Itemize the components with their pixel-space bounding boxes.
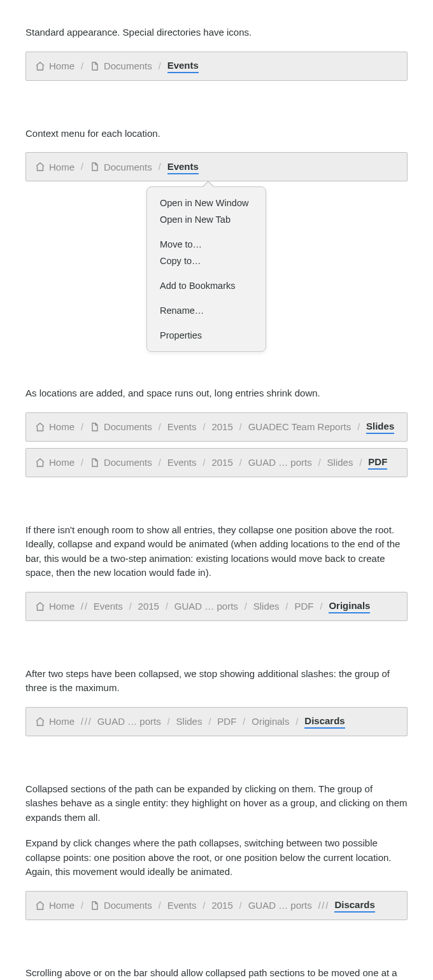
crumb-label: GUAD … ports <box>97 716 161 727</box>
separator: / <box>159 422 161 432</box>
home-icon <box>35 458 45 468</box>
separator: / <box>239 900 242 911</box>
separator: / <box>81 61 83 71</box>
separator: / <box>81 900 83 911</box>
collapsed-separator-group[interactable]: / / <box>81 601 87 612</box>
separator: / <box>203 422 206 432</box>
crumb-label: GUADEC Team Reports <box>248 421 351 432</box>
crumb-label: 2015 <box>138 601 159 612</box>
breadcrumb-bar: Home / Documents / Events / 2015 / GUAD … <box>25 891 408 920</box>
separator: / <box>239 422 242 432</box>
crumb-guadec[interactable]: GUADEC Team Reports <box>248 421 351 432</box>
separator: / <box>318 458 321 468</box>
section-description: Collapsed sections of the path can be ex… <box>25 782 408 825</box>
file-icon <box>90 162 100 172</box>
separator: / <box>81 422 83 432</box>
breadcrumb-bar: Home / Documents / Events <box>25 152 408 181</box>
crumb-pdf-current[interactable]: PDF <box>368 456 387 470</box>
crumb-slides[interactable]: Slides <box>176 716 202 727</box>
crumb-originals-current[interactable]: Originals <box>329 600 370 613</box>
separator: / <box>318 900 321 911</box>
home-icon <box>35 717 45 727</box>
separator: / <box>81 162 83 172</box>
menu-copy-to[interactable]: Copy to… <box>147 253 266 269</box>
separator: / <box>85 601 87 612</box>
crumb-events[interactable]: Events <box>94 601 123 612</box>
home-icon <box>35 422 45 432</box>
crumb-label: Events <box>167 60 199 71</box>
crumb-label: Documents <box>104 60 152 71</box>
crumb-pdf[interactable]: PDF <box>217 716 236 727</box>
crumb-pdf[interactable]: PDF <box>294 601 313 612</box>
crumb-slides[interactable]: Slides <box>253 601 280 612</box>
crumb-discards-current[interactable]: Discards <box>334 899 374 913</box>
file-icon <box>90 458 100 468</box>
home-icon <box>35 900 45 911</box>
menu-rename[interactable]: Rename… <box>147 302 266 319</box>
crumb-home[interactable]: Home <box>35 716 75 727</box>
crumb-slides-current[interactable]: Slides <box>366 421 394 434</box>
crumb-documents[interactable]: Documents <box>90 421 152 432</box>
separator: / <box>239 458 242 468</box>
crumb-events-current[interactable]: Events <box>167 161 199 174</box>
section-description: After two steps have been collapsed, we … <box>25 667 408 696</box>
crumb-label: Home <box>49 900 75 911</box>
crumb-slides[interactable]: Slides <box>327 457 353 468</box>
crumb-events[interactable]: Events <box>167 421 197 432</box>
crumb-2015[interactable]: 2015 <box>211 900 232 911</box>
separator: / <box>167 717 170 727</box>
separator: / <box>159 458 161 468</box>
crumb-home[interactable]: Home <box>35 60 75 71</box>
menu-divider <box>147 323 266 323</box>
crumb-label: 2015 <box>211 421 232 432</box>
separator: / <box>357 422 360 432</box>
crumb-originals[interactable]: Originals <box>252 716 289 727</box>
crumb-documents[interactable]: Documents <box>90 457 152 468</box>
separator: / <box>326 900 329 911</box>
section-description: Expand by click changes where the path c… <box>25 836 408 879</box>
crumb-label: GUAD … ports <box>248 457 312 468</box>
crumb-events-current[interactable]: Events <box>167 60 199 73</box>
menu-open-new-window[interactable]: Open in New Window <box>147 195 266 211</box>
crumb-label: Home <box>49 421 75 432</box>
collapsed-separator-group[interactable]: / / / <box>318 900 329 911</box>
crumb-2015[interactable]: 2015 <box>211 421 232 432</box>
crumb-events[interactable]: Events <box>167 900 197 911</box>
home-icon <box>35 601 45 612</box>
menu-properties[interactable]: Properties <box>147 327 266 344</box>
menu-add-bookmarks[interactable]: Add to Bookmarks <box>147 277 266 294</box>
separator: / <box>89 717 91 727</box>
crumb-2015[interactable]: 2015 <box>211 457 232 468</box>
menu-open-new-tab[interactable]: Open in New Tab <box>147 211 266 228</box>
context-menu: Open in New Window Open in New Tab Move … <box>146 186 266 352</box>
crumb-documents[interactable]: Documents <box>90 900 152 911</box>
crumb-label: GUAD … ports <box>248 900 312 911</box>
crumb-label: 2015 <box>211 457 232 468</box>
separator: / <box>295 717 298 727</box>
menu-move-to[interactable]: Move to… <box>147 236 266 253</box>
crumb-home[interactable]: Home <box>35 601 75 612</box>
crumb-guadec-short[interactable]: GUAD … ports <box>97 716 161 727</box>
crumb-label: Events <box>167 457 197 468</box>
crumb-home[interactable]: Home <box>35 900 75 911</box>
crumb-home[interactable]: Home <box>35 162 75 172</box>
separator: / <box>81 601 83 612</box>
crumb-guadec-short[interactable]: GUAD … ports <box>174 601 238 612</box>
crumb-guadec-short[interactable]: GUAD … ports <box>248 900 312 911</box>
crumb-label: Originals <box>252 716 289 727</box>
crumb-label: Events <box>167 161 199 172</box>
breadcrumb-bar: Home / Documents / Events <box>25 52 408 81</box>
crumb-2015[interactable]: 2015 <box>138 601 159 612</box>
crumb-discards-current[interactable]: Discards <box>304 715 344 729</box>
crumb-guadec-short[interactable]: GUAD … ports <box>248 457 312 468</box>
collapsed-separator-group[interactable]: / / / <box>81 717 91 727</box>
crumb-label: Discards <box>304 715 344 726</box>
crumb-home[interactable]: Home <box>35 421 75 432</box>
crumb-label: Originals <box>329 600 370 611</box>
crumb-events[interactable]: Events <box>167 457 197 468</box>
crumb-documents[interactable]: Documents <box>90 60 152 71</box>
crumb-documents[interactable]: Documents <box>90 162 152 172</box>
separator: / <box>245 601 247 612</box>
section-description: Scrolling above or on the bar should all… <box>25 966 408 981</box>
crumb-home[interactable]: Home <box>35 457 75 468</box>
